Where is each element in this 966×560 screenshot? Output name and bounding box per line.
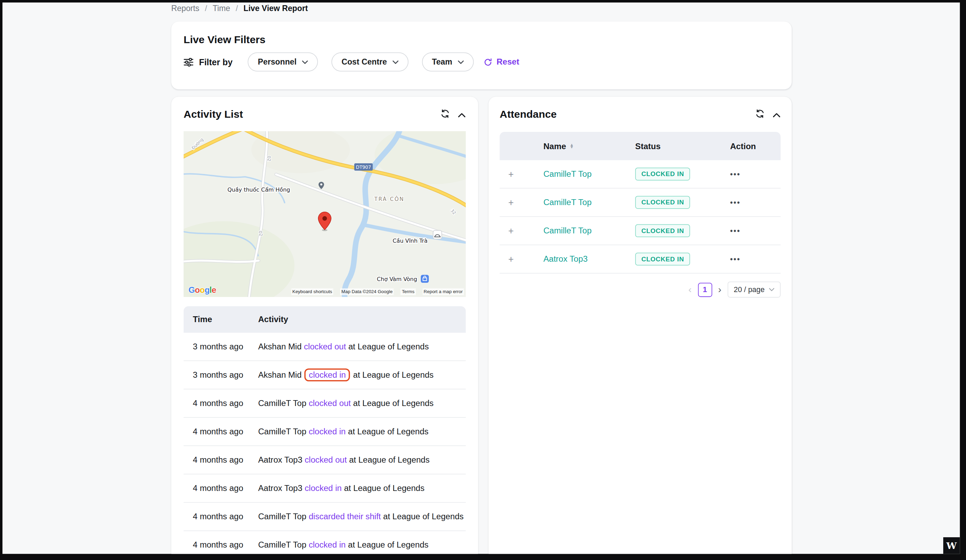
page-1-button[interactable]: 1 xyxy=(698,282,712,297)
row-actions-button[interactable]: ••• xyxy=(730,170,741,179)
expand-row-button[interactable]: + xyxy=(508,226,514,235)
expand-row-button[interactable]: + xyxy=(508,169,514,179)
map-data-text: Map Data ©2024 Google xyxy=(340,288,394,295)
activity-row: 4 months ago Aatrox Top3 clocked in at L… xyxy=(184,475,466,503)
attendance-row: + CamilleT Top CLOCKED IN ••• xyxy=(499,217,780,245)
activity-suffix: at League of Legends xyxy=(348,427,429,437)
activity-time: 3 months ago xyxy=(184,370,258,379)
personnel-filter-dropdown[interactable]: Personnel xyxy=(248,53,318,71)
attendance-table-header: Name ▲ ▼ Status Action xyxy=(499,132,780,160)
activity-action-link[interactable]: clocked out xyxy=(304,342,346,351)
activity-action-link[interactable]: clocked out xyxy=(309,399,351,408)
personnel-filter-label: Personnel xyxy=(258,57,297,67)
status-badge: CLOCKED IN xyxy=(635,196,690,209)
reset-filters-button[interactable]: Reset xyxy=(484,57,519,67)
terms-link[interactable]: Terms xyxy=(401,288,416,295)
activity-suffix: at League of Legends xyxy=(383,512,464,521)
road-label-02: 02 xyxy=(266,156,272,162)
attendance-name-link[interactable]: CamilleT Top xyxy=(544,169,592,179)
team-filter-dropdown[interactable]: Team xyxy=(422,53,474,71)
attendance-row: + CamilleT Top CLOCKED IN ••• xyxy=(499,189,780,217)
refresh-attendance-button[interactable] xyxy=(756,109,765,120)
breadcrumb-current-page: Live View Report xyxy=(243,4,308,13)
activity-suffix: at League of Legends xyxy=(348,342,429,351)
row-actions-button[interactable]: ••• xyxy=(730,227,741,235)
prev-page-button[interactable]: ‹ xyxy=(688,284,692,294)
breadcrumb-reports[interactable]: Reports xyxy=(171,4,199,13)
expand-row-button[interactable]: + xyxy=(508,254,514,263)
attendance-name-link[interactable]: Aatrox Top3 xyxy=(544,255,588,264)
activity-action-link[interactable]: clocked in xyxy=(309,540,346,550)
breadcrumb-time[interactable]: Time xyxy=(213,4,230,13)
activity-action-link[interactable]: clocked in xyxy=(309,427,346,437)
google-logo-letter: e xyxy=(212,285,216,294)
filters-title: Live View Filters xyxy=(184,34,780,46)
chevron-down-icon xyxy=(393,60,399,64)
poi-label-bridge: Cầu Vĩnh Trà xyxy=(393,238,427,244)
activity-row: 3 months ago Akshan Mid clocked in at Le… xyxy=(184,361,466,389)
keyboard-shortcuts-link[interactable]: Keyboard shortcuts xyxy=(291,288,333,295)
poi-label-pharmacy: Quầy thuốc Cẩm Hồng xyxy=(228,186,290,193)
activity-description: CamilleT Top discarded their shift at Le… xyxy=(258,512,464,521)
watermark-logo: W xyxy=(943,537,960,554)
activity-suffix: at League of Legends xyxy=(344,484,424,493)
activity-row: 4 months ago Aatrox Top3 clocked out at … xyxy=(184,446,466,475)
attendance-title: Attendance xyxy=(499,108,557,121)
row-actions-button[interactable]: ••• xyxy=(730,199,741,207)
refresh-icon xyxy=(756,109,765,118)
sort-by-name-header[interactable]: Name ▲ ▼ xyxy=(544,141,635,151)
google-logo-letter: o xyxy=(200,285,204,294)
attendance-name-link[interactable]: CamilleT Top xyxy=(544,198,592,207)
google-logo[interactable]: Google xyxy=(189,285,216,294)
activity-time: 4 months ago xyxy=(184,484,258,493)
activity-time: 4 months ago xyxy=(184,540,258,550)
activity-table: Time Activity 3 months ago Akshan Mid cl… xyxy=(184,306,466,559)
activity-suffix: at League of Legends xyxy=(353,370,434,379)
attendance-row: + Aatrox Top3 CLOCKED IN ••• xyxy=(499,245,780,273)
map-attribution: Keyboard shortcuts Map Data ©2024 Google… xyxy=(291,288,464,295)
refresh-activity-button[interactable] xyxy=(440,109,450,120)
attendance-name-link[interactable]: CamilleT Top xyxy=(544,226,592,235)
sort-icon: ▲ ▼ xyxy=(570,144,573,148)
activity-time: 3 months ago xyxy=(184,342,258,351)
activity-actor: Akshan Mid xyxy=(258,370,302,379)
report-map-error-link[interactable]: Report a map error xyxy=(422,288,464,295)
activity-time: 4 months ago xyxy=(184,512,258,521)
road-label-02: 02 xyxy=(258,230,264,236)
activity-column-header: Activity xyxy=(258,315,288,324)
cost-centre-filter-dropdown[interactable]: Cost Centre xyxy=(332,53,409,71)
chevron-down-icon xyxy=(458,60,464,64)
activity-description: Akshan Mid clocked out at League of Lege… xyxy=(258,342,429,351)
map[interactable]: DT907 Đường 02 02 32 Quầy thuốc Cẩm Hồng… xyxy=(184,131,466,297)
status-column-header: Status xyxy=(635,141,730,151)
pagination: ‹ 1 › 20 / page xyxy=(499,282,780,297)
activity-description: Aatrox Top3 clocked out at League of Leg… xyxy=(258,455,430,465)
activity-action-link[interactable]: clocked out xyxy=(305,455,347,465)
activity-action-link[interactable]: clocked in xyxy=(305,484,342,493)
activity-actor: Aatrox Top3 xyxy=(258,484,302,493)
breadcrumb: Reports / Time / Live View Report xyxy=(171,4,308,13)
google-logo-letter: G xyxy=(189,285,195,294)
activity-suffix: at League of Legends xyxy=(349,455,429,465)
activity-row: 4 months ago CamilleT Top clocked out at… xyxy=(184,389,466,418)
next-page-button[interactable]: › xyxy=(718,284,721,294)
activity-action-link-highlighted[interactable]: clocked in xyxy=(304,368,350,381)
activity-actor: CamilleT Top xyxy=(258,399,307,408)
chevron-down-icon xyxy=(769,287,774,291)
attendance-row: + CamilleT Top CLOCKED IN ••• xyxy=(499,160,780,189)
activity-action-link[interactable]: discarded their shift xyxy=(309,512,381,521)
activity-time: 4 months ago xyxy=(184,399,258,408)
breadcrumb-separator: / xyxy=(205,4,207,13)
collapse-activity-button[interactable] xyxy=(458,109,466,120)
activity-description: CamilleT Top clocked in at League of Leg… xyxy=(258,427,429,437)
filters-panel: Live View Filters Filter by Personnel Co… xyxy=(171,21,792,89)
google-logo-letter: o xyxy=(195,285,200,294)
app-window: Reports / Time / Live View Report Live V… xyxy=(0,0,966,560)
sort-down-icon: ▼ xyxy=(570,146,573,148)
collapse-attendance-button[interactable] xyxy=(773,109,780,120)
page-size-select[interactable]: 20 / page xyxy=(728,282,780,297)
row-actions-button[interactable]: ••• xyxy=(730,255,741,264)
activity-row: 4 months ago CamilleT Top clocked in at … xyxy=(184,531,466,559)
expand-row-button[interactable]: + xyxy=(508,197,514,207)
activity-row: 4 months ago CamilleT Top clocked in at … xyxy=(184,418,466,446)
